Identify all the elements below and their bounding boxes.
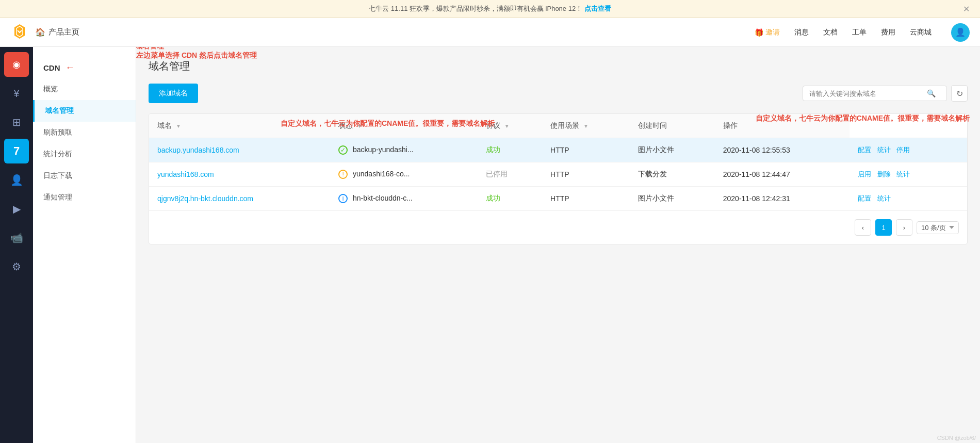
sidebar-item-stats[interactable]: 统计分析 (33, 143, 136, 165)
col-status: 状态 ▼ (330, 114, 478, 138)
scene-cell-2: 下载分发 (630, 162, 714, 187)
sidebar-item-overview[interactable]: 概览 (33, 78, 136, 100)
stats-action-3[interactable]: 统计 (877, 194, 891, 202)
annotation-left: 左边菜单选择 CDN 然后点击域名管理 (136, 47, 301, 51)
scene-cell-3: 图片小文件 (630, 187, 714, 211)
billing-icon: ¥ (13, 88, 19, 100)
invite-button[interactable]: 🎁 邀请 (755, 28, 780, 37)
stats-action-1[interactable]: 统计 (877, 146, 891, 154)
pagination: ‹ 1 › 10 条/页 20 条/页 50 条/页 (149, 211, 967, 244)
domain-cell: backup.yundashi168.com (149, 138, 330, 162)
col-domain: 域名 ▼ (149, 114, 330, 138)
page-1-button[interactable]: 1 (875, 219, 892, 236)
cname-cell-2: ! yundashi168-co... (330, 162, 478, 187)
stats-action-2[interactable]: 统计 (896, 170, 910, 178)
avatar-icon: 👤 (955, 27, 966, 37)
sidebar-section-title: CDN ← (33, 57, 136, 78)
sidebar-icon-seven[interactable]: 7 (4, 139, 29, 163)
next-page-button[interactable]: › (896, 219, 912, 236)
message-nav[interactable]: 消息 (794, 28, 809, 37)
sort-icon-domain[interactable]: ▼ (176, 123, 181, 129)
main-content: 左边菜单选择 CDN 然后点击域名管理 自定义域名，七牛云为你配置的CNAME值… (136, 47, 980, 443)
sidebar-item-notify[interactable]: 通知管理 (33, 187, 136, 208)
cdn-icon: ◉ (12, 59, 21, 70)
billing-nav[interactable]: 费用 (881, 28, 895, 37)
sidebar-icon-settings[interactable]: ⚙ (4, 254, 29, 279)
main-layout: ◉ ¥ ⊞ 7 👤 ▶ 📹 ⚙ CDN ← 概览 域名管理 刷新预取 (0, 47, 980, 443)
config-action-1[interactable]: 配置 (858, 146, 871, 154)
delete-action-2[interactable]: 删除 (877, 170, 891, 178)
banner-close-button[interactable]: ✕ (963, 4, 970, 14)
protocol-cell-1: HTTP (542, 138, 630, 162)
table-body: backup.yundashi168.com ✓ backup-yundashi… (149, 138, 967, 211)
refresh-button[interactable]: ↻ (951, 85, 968, 102)
store-nav[interactable]: 云商城 (910, 28, 932, 37)
table-row: backup.yundashi168.com ✓ backup-yundashi… (149, 138, 967, 162)
sidebar-icon-video[interactable]: ▶ (4, 196, 29, 221)
search-icon[interactable]: 🔍 (927, 89, 936, 97)
avatar[interactable]: 👤 (951, 23, 970, 42)
col-protocol: 协议 ▼ (478, 114, 542, 138)
add-domain-button[interactable]: 添加域名 (149, 84, 198, 103)
sort-icon-scene[interactable]: ▼ (583, 123, 589, 129)
watermark: CSDN @zob/6/ (937, 435, 976, 441)
sort-icon-protocol[interactable]: ▼ (504, 123, 510, 129)
top-banner: 七牛云 11.11 狂欢季，爆款产品限时秒杀，满额即有机会赢 iPhone 12… (0, 0, 980, 18)
banner-text: 七牛云 11.11 狂欢季，爆款产品限时秒杀，满额即有机会赢 iPhone 12… (369, 5, 582, 12)
search-input[interactable] (809, 90, 923, 97)
cname-cell-3: i hn-bkt-clouddn-c... (330, 187, 478, 211)
status-cell-1: ✓ backup-yundashi... (330, 138, 478, 162)
nav-sidebar: CDN ← 概览 域名管理 刷新预取 统计分析 日志下载 通知管理 (33, 47, 136, 443)
docs-nav[interactable]: 文档 (823, 28, 838, 37)
actions-cell-2: 启用 删除 统计 (850, 162, 967, 187)
status-text-3: 成功 (486, 194, 500, 202)
prev-page-button[interactable]: ‹ (855, 219, 871, 236)
sidebar-icon-stream[interactable]: 📹 (4, 225, 29, 250)
cname-status-icon-2: ! (338, 170, 348, 179)
col-scene: 使用场景 ▼ (542, 114, 630, 138)
status-badge-3: 成功 (478, 187, 542, 211)
sidebar-icon-cdn[interactable]: ◉ (4, 52, 29, 77)
sidebar-icon-billing[interactable]: ¥ (4, 81, 29, 106)
protocol-cell-2: HTTP (542, 162, 630, 187)
sidebar-icon-user[interactable]: 👤 (4, 168, 29, 192)
page-size-select[interactable]: 10 条/页 20 条/页 50 条/页 (917, 221, 959, 234)
status-text-1: 成功 (486, 145, 500, 154)
stream-icon: 📹 (10, 232, 23, 244)
table-row: yundashi168.com ! yundashi168-co... 已停用 … (149, 162, 967, 187)
sort-icon-status[interactable]: ▼ (357, 123, 362, 129)
user-icon: 👤 (10, 174, 23, 186)
cname-status-icon-3: i (338, 194, 348, 203)
status-badge-1: 成功 (478, 138, 542, 162)
table-row: qjgnv8j2q.hn-bkt.clouddn.com i hn-bkt-cl… (149, 187, 967, 211)
sidebar-item-domain[interactable]: 域名管理 (33, 100, 136, 122)
enable-action-2[interactable]: 启用 (858, 170, 871, 178)
sidebar-item-logs[interactable]: 日志下载 (33, 165, 136, 187)
domain-link-3[interactable]: qjgnv8j2q.hn-bkt.clouddn.com (157, 194, 253, 203)
domains-table: 域名 ▼ 状态 ▼ 协议 ▼ 使用场景 ▼ 创建时间 操作 (149, 114, 967, 211)
col-actions: 操作 (715, 114, 850, 138)
sidebar-icon-storage[interactable]: ⊞ (4, 110, 29, 135)
created-cell-1: 2020-11-08 12:55:53 (715, 138, 850, 162)
icon-sidebar: ◉ ¥ ⊞ 7 👤 ▶ 📹 ⚙ (0, 47, 33, 443)
banner-link[interactable]: 点击查看 (584, 5, 611, 12)
settings-icon: ⚙ (12, 260, 21, 273)
video-icon: ▶ (13, 203, 21, 215)
logo[interactable] (10, 22, 29, 42)
config-action-3[interactable]: 配置 (858, 194, 871, 202)
sidebar-item-refresh[interactable]: 刷新预取 (33, 122, 136, 143)
protocol-cell-3: HTTP (542, 187, 630, 211)
domain-table: backup-yundashi168-com-idve1jn.qiniudns.… (149, 113, 968, 244)
header: 🏠 产品主页 🎁 邀请 消息 文档 工单 费用 云商城 👤 (0, 18, 980, 47)
col-created: 创建时间 (630, 114, 714, 138)
search-box: 🔍 (803, 86, 947, 101)
status-badge-2: 已停用 (478, 162, 542, 187)
actions-cell-1: 配置 统计 停用 (850, 138, 967, 162)
domain-link-2[interactable]: yundashi168.com (157, 170, 214, 178)
status-text-2: 已停用 (486, 170, 508, 178)
stop-action-1[interactable]: 停用 (896, 146, 910, 154)
domain-link-1[interactable]: backup.yundashi168.com (157, 146, 239, 154)
home-nav[interactable]: 🏠 产品主页 (35, 27, 79, 37)
created-cell-2: 2020-11-08 12:44:47 (715, 162, 850, 187)
ticket-nav[interactable]: 工单 (852, 28, 867, 37)
